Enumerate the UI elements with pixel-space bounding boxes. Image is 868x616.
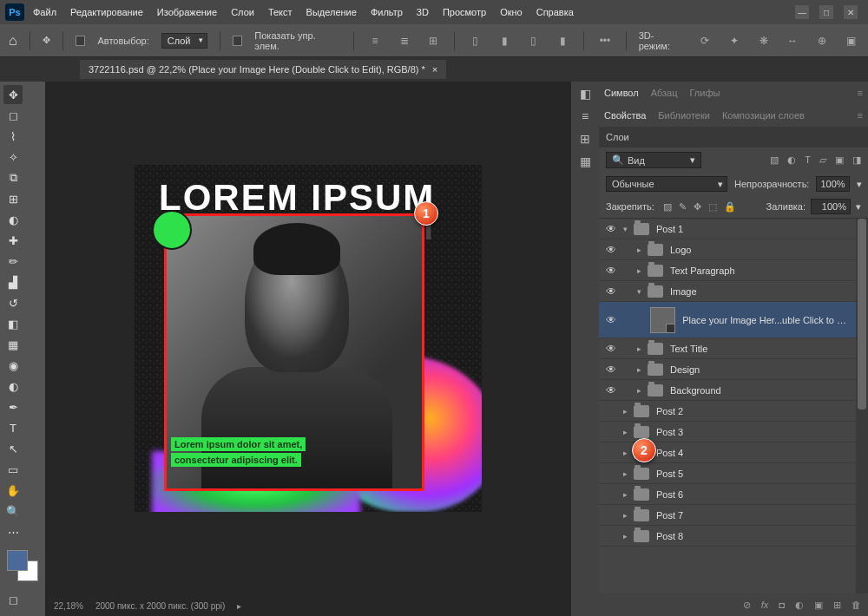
layer-row[interactable]: 👁▸Background [599, 380, 856, 401]
disclosure-icon[interactable]: ▸ [634, 246, 644, 254]
menu-текст[interactable]: Текст [261, 3, 299, 21]
eraser-tool[interactable]: ◧ [3, 314, 23, 333]
layer-row[interactable]: ▸Post 2 [599, 401, 856, 422]
visibility-icon[interactable]: 👁 [602, 285, 620, 298]
blend-mode-dropdown[interactable]: Обычные [606, 176, 727, 192]
lock-transparency-icon[interactable]: ▨ [663, 201, 672, 213]
layers-panel-header[interactable]: Слои [599, 127, 868, 147]
opacity-chevron-icon[interactable]: ▾ [857, 179, 862, 190]
layer-row[interactable]: 👁▸Text Title [599, 338, 856, 359]
tab-layercomps[interactable]: Композиции слоев [722, 110, 805, 121]
tab-libraries[interactable]: Библиотеки [658, 110, 710, 121]
layer-name[interactable]: Image [670, 286, 697, 297]
layer-row[interactable]: 👁▾Post 1 [599, 219, 856, 239]
menu-выделение[interactable]: Выделение [299, 3, 364, 21]
marquee-tool[interactable]: ◻ [3, 106, 23, 125]
tab-symbol[interactable]: Символ [604, 88, 639, 98]
disclosure-icon[interactable]: ▸ [634, 344, 644, 353]
color-swatch[interactable] [7, 550, 38, 581]
layer-row[interactable]: ▸Post 7 [599, 505, 856, 526]
fill-chevron-icon[interactable]: ▾ [856, 201, 861, 213]
filter-smart-icon[interactable]: ▣ [835, 154, 844, 166]
eyedropper-tool[interactable]: ◐ [3, 210, 23, 229]
layer-name[interactable]: Background [670, 385, 721, 396]
autoselect-checkbox[interactable] [76, 36, 86, 46]
distribute-icon[interactable]: ▯ [525, 33, 542, 49]
group-icon[interactable]: ▣ [814, 600, 823, 611]
menu-слои[interactable]: Слои [224, 3, 261, 21]
pen-tool[interactable]: ✒ [3, 397, 23, 416]
disclosure-icon[interactable]: ▸ [634, 365, 644, 374]
autoselect-dropdown[interactable]: Слой [161, 33, 207, 49]
quickmask-tool[interactable]: ◻ [3, 590, 23, 609]
tab-paragraph[interactable]: Абзац [651, 88, 678, 98]
mask-icon[interactable]: ◘ [779, 600, 785, 610]
layer-name[interactable]: Post 1 [656, 224, 683, 234]
crop-tool[interactable]: ⧉ [3, 168, 23, 187]
path-tool[interactable]: ↖ [3, 439, 23, 458]
layer-name[interactable]: Text Title [670, 344, 707, 354]
menu-изображение[interactable]: Изображение [150, 3, 224, 21]
filter-shape-icon[interactable]: ▱ [819, 154, 826, 166]
move-tool-icon[interactable]: ✥ [43, 35, 50, 46]
tab-glyphs[interactable]: Глифы [690, 88, 720, 98]
layer-name[interactable]: Post 4 [656, 448, 683, 458]
layer-row[interactable]: 👁▸Design [599, 359, 856, 380]
visibility-icon[interactable]: 👁 [602, 343, 620, 355]
minimize-button[interactable]: — [795, 5, 809, 19]
layer-name[interactable]: Post 2 [656, 406, 683, 416]
layer-name[interactable]: Text Paragraph [670, 265, 735, 276]
menu-просмотр[interactable]: Просмотр [436, 3, 493, 21]
disclosure-icon[interactable]: ▸ [620, 469, 630, 478]
align-icon[interactable]: ⊞ [424, 33, 442, 49]
dodge-tool[interactable]: ◐ [3, 377, 23, 396]
visibility-icon[interactable]: 👁 [602, 314, 620, 326]
scale-icon[interactable]: ⊕ [813, 33, 831, 49]
maximize-button[interactable]: □ [819, 5, 833, 19]
layer-row[interactable]: 👁▸Text Paragraph [599, 260, 856, 281]
menu-фильтр[interactable]: Фильтр [364, 3, 410, 21]
layer-name[interactable]: Design [670, 364, 700, 375]
lock-position-icon[interactable]: ✥ [694, 201, 701, 213]
frame-tool[interactable]: ⊞ [3, 189, 23, 208]
layer-name[interactable]: Post 5 [656, 469, 683, 479]
distribute-icon[interactable]: ▮ [555, 33, 572, 49]
layer-name[interactable]: Place your Image Her...uble Click to Edi… [682, 315, 852, 325]
brush-tool[interactable]: ✏ [3, 252, 23, 271]
styles-icon[interactable]: ≡ [582, 109, 589, 123]
layer-filter-dropdown[interactable]: 🔍 Вид ▾ [606, 152, 701, 168]
type-tool[interactable]: T [3, 418, 23, 437]
foreground-color[interactable] [7, 550, 28, 571]
stamp-tool[interactable]: ▟ [3, 272, 23, 292]
menu-окно[interactable]: Окно [493, 3, 529, 21]
zoom-level[interactable]: 22,18% [54, 601, 83, 611]
roll-icon[interactable]: ❋ [755, 33, 773, 49]
distribute-icon[interactable]: ▯ [467, 33, 484, 49]
disclosure-icon[interactable]: ▸ [620, 532, 630, 541]
disclosure-icon[interactable]: ▸ [634, 386, 644, 395]
color-icon[interactable]: ▦ [580, 154, 591, 168]
lock-artboard-icon[interactable]: ⬚ [708, 201, 717, 213]
filter-adjust-icon[interactable]: ◐ [787, 154, 796, 166]
fill-input[interactable]: 100% [811, 199, 851, 214]
hand-tool[interactable]: ✋ [3, 481, 23, 500]
home-icon[interactable]: ⌂ [9, 33, 17, 49]
disclosure-icon[interactable]: ▸ [634, 266, 644, 275]
blur-tool[interactable]: ◉ [3, 356, 23, 375]
menu-файл[interactable]: Файл [26, 3, 63, 21]
layer-row[interactable]: 👁Place your Image Her...uble Click to Ed… [599, 302, 856, 338]
new-layer-icon[interactable]: ⊞ [833, 600, 841, 611]
filter-type-icon[interactable]: T [805, 154, 811, 166]
layers-list[interactable]: 👁▾Post 1👁▸Logo👁▸Text Paragraph👁▾Image👁Pl… [599, 219, 856, 593]
dots-tool[interactable]: ⋯ [3, 522, 23, 541]
align-icon[interactable]: ≣ [396, 33, 413, 49]
link-layers-icon[interactable]: ⊘ [743, 600, 751, 611]
lock-pixels-icon[interactable]: ✎ [679, 201, 687, 213]
delete-icon[interactable]: 🗑 [852, 600, 861, 610]
disclosure-icon[interactable]: ▸ [620, 407, 630, 416]
lasso-tool[interactable]: ⌇ [3, 127, 23, 146]
heal-tool[interactable]: ✚ [3, 231, 23, 250]
disclosure-icon[interactable]: ▾ [634, 287, 644, 296]
layer-row[interactable]: 👁▾Image [599, 281, 856, 302]
adjustment-icon[interactable]: ◐ [795, 600, 804, 611]
